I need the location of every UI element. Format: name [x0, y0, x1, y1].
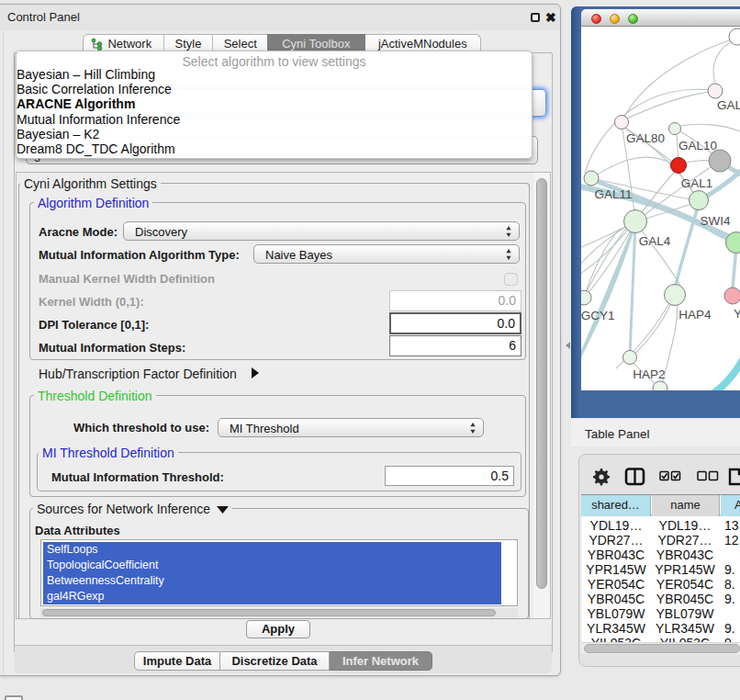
svg-text:YLR: YLR: [734, 307, 740, 321]
svg-text:GAL80: GAL80: [626, 131, 665, 145]
svg-text:GAL4: GAL4: [639, 234, 671, 248]
svg-text:GAL10: GAL10: [678, 139, 717, 152]
svg-text:HAP4: HAP4: [678, 308, 712, 322]
svg-text:GCY1: GCY1: [581, 309, 614, 322]
svg-text:GAL2: GAL2: [717, 98, 740, 112]
svg-text:GAL11: GAL11: [594, 187, 632, 201]
svg-text:HAP2: HAP2: [633, 367, 665, 381]
svg-text:SWI4: SWI4: [700, 214, 730, 228]
svg-text:GAL1: GAL1: [681, 176, 713, 190]
